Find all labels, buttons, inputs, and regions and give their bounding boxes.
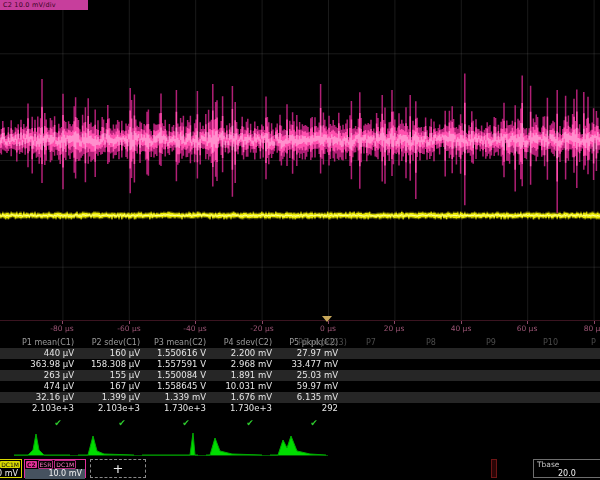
timebase-descriptor[interactable]: Tbase 20.0: [533, 459, 600, 478]
measurement-value: 167 µV: [76, 381, 142, 392]
measurement-header[interactable]: P2 sdev(C1): [76, 337, 142, 348]
measurement-header[interactable]: P3 mean(C2): [142, 337, 208, 348]
measurement-value: 27.97 mV: [274, 348, 340, 359]
measurement-row: 474 µV167 µV1.558645 V10.031 mV59.97 mV: [0, 381, 600, 392]
c2-scale-value: 10.0 mV: [25, 469, 85, 479]
histicon[interactable]: [142, 430, 198, 457]
measurement-value: 1.399 µV: [76, 392, 142, 403]
waveform-display[interactable]: [0, 0, 600, 320]
c1-scale-value: 0 mV: [0, 469, 21, 479]
trigger-descriptor-edge[interactable]: [491, 459, 497, 478]
measurement-row: 32.16 µV1.399 µV1.339 mV1.676 mV6.135 mV: [0, 392, 600, 403]
time-axis-label: 80 µs: [572, 324, 600, 333]
status-check-icon: ✔: [304, 418, 324, 428]
measurement-value: 1.550084 V: [142, 370, 208, 381]
measurement-header-dim[interactable]: P6 pkpk(C3): [298, 337, 347, 348]
measurement-value: 292: [274, 403, 340, 414]
plus-icon: +: [113, 461, 124, 476]
measurement-value: 1.676 mV: [208, 392, 274, 403]
measurement-value: 1.557591 V: [142, 359, 208, 370]
histicon[interactable]: [270, 430, 326, 457]
tbase-label: Tbase: [534, 460, 600, 469]
measurement-value: 160 µV: [76, 348, 142, 359]
time-axis-label: -40 µs: [173, 324, 217, 333]
histicon-strip: [0, 430, 600, 457]
measurement-value: 33.477 mV: [274, 359, 340, 370]
measurement-value: 1.550616 V: [142, 348, 208, 359]
measurement-value: 6.135 mV: [274, 392, 340, 403]
histicon[interactable]: [206, 430, 262, 457]
c1-coupling-badge: DC1M: [0, 461, 20, 468]
measurement-value: 10.031 mV: [208, 381, 274, 392]
measurement-table: P1 mean(C1)P2 sdev(C1)P3 mean(C2)P4 sdev…: [0, 337, 600, 414]
measurement-value: 2.103e+3: [10, 403, 76, 414]
measurement-row: 2.103e+32.103e+31.730e+31.730e+3292: [0, 403, 600, 414]
measurement-header[interactable]: P1 mean(C1): [10, 337, 76, 348]
descriptor-bar: DC1M 0 mV C2 ESR DC1M 10.0 mV + HD 12 Bi…: [0, 458, 600, 480]
status-check-icon: ✔: [176, 418, 196, 428]
oscilloscope-screen: C2 10.0 mV/div -100 µs-80 µs-60 µs-40 µs…: [0, 0, 600, 480]
measurement-header-dim[interactable]: P8: [426, 337, 436, 348]
measurement-value: 59.97 mV: [274, 381, 340, 392]
measurement-value: 440 µV: [10, 348, 76, 359]
measurement-row: 263 µV155 µV1.550084 V1.891 mV25.03 mV: [0, 370, 600, 381]
status-check-icon: ✔: [112, 418, 132, 428]
measurement-value: 1.339 mV: [142, 392, 208, 403]
measurement-header[interactable]: P4 sdev(C2): [208, 337, 274, 348]
time-axis-label: 60 µs: [505, 324, 549, 333]
c2-channel-badge: C2: [26, 461, 37, 468]
measurement-value: 158.308 µV: [76, 359, 142, 370]
time-axis: -100 µs-80 µs-60 µs-40 µs-20 µs0 µs20 µs…: [0, 320, 600, 336]
measurement-row: 440 µV160 µV1.550616 V2.200 mV27.97 mV: [0, 348, 600, 359]
time-axis-label: -60 µs: [107, 324, 151, 333]
measurement-value: 263 µV: [10, 370, 76, 381]
c2-coupling-badge: DC1M: [54, 460, 76, 469]
c2-esr-badge: ESR: [38, 460, 54, 469]
time-axis-label: -100 µs: [0, 324, 8, 333]
add-channel-button[interactable]: +: [90, 459, 146, 478]
measurement-row: 363.98 µV158.308 µV1.557591 V2.968 mV33.…: [0, 359, 600, 370]
measurement-header-dim[interactable]: P7: [366, 337, 376, 348]
time-axis-label: -80 µs: [40, 324, 84, 333]
measurement-header-dim[interactable]: P: [591, 337, 596, 348]
histicon[interactable]: [78, 430, 134, 457]
trace-label-badge: C2 10.0 mV/div: [0, 0, 88, 10]
channel-c1-descriptor[interactable]: DC1M 0 mV: [0, 459, 22, 478]
measurement-value: 1.891 mV: [208, 370, 274, 381]
measurement-value: 2.103e+3: [76, 403, 142, 414]
measurement-value: 2.200 mV: [208, 348, 274, 359]
time-axis-label: 0 µs: [306, 324, 350, 333]
measurement-value: 155 µV: [76, 370, 142, 381]
channel-c2-descriptor[interactable]: C2 ESR DC1M 10.0 mV: [24, 459, 86, 478]
measurement-value: 1.730e+3: [208, 403, 274, 414]
measurement-value: 2.968 mV: [208, 359, 274, 370]
measurement-value: 1.730e+3: [142, 403, 208, 414]
measurement-header-dim[interactable]: P10: [543, 337, 558, 348]
tbase-value: 20.0: [534, 469, 600, 479]
histicon[interactable]: [14, 430, 70, 457]
measurement-header-row: P1 mean(C1)P2 sdev(C1)P3 mean(C2)P4 sdev…: [0, 337, 600, 348]
trigger-position-marker[interactable]: [322, 316, 332, 322]
time-axis-label: 40 µs: [439, 324, 483, 333]
time-axis-label: -20 µs: [240, 324, 284, 333]
measurement-value: 363.98 µV: [10, 359, 76, 370]
status-check-icon: ✔: [48, 418, 68, 428]
measurement-value: 32.16 µV: [10, 392, 76, 403]
status-check-icon: ✔: [240, 418, 260, 428]
time-axis-label: 20 µs: [372, 324, 416, 333]
measurement-value: 474 µV: [10, 381, 76, 392]
measurement-value: 25.03 mV: [274, 370, 340, 381]
measurement-status-row: ✔✔✔✔✔: [0, 418, 600, 430]
measurement-value: 1.558645 V: [142, 381, 208, 392]
measurement-header-dim[interactable]: P9: [486, 337, 496, 348]
